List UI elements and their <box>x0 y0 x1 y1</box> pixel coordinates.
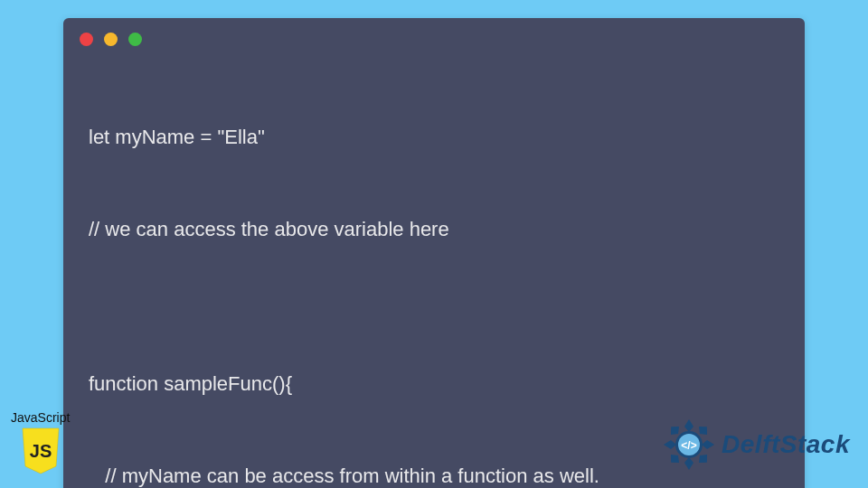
window-close-icon <box>80 33 93 46</box>
javascript-shield-icon: JS <box>19 427 62 475</box>
delftstack-name: DelftStack <box>722 430 850 459</box>
js-icon-text: JS <box>29 441 51 461</box>
window-zoom-icon <box>128 33 142 46</box>
code-line: // we can access the above variable here <box>89 214 779 245</box>
javascript-badge: JavaScript JS <box>11 410 70 479</box>
delftstack-medallion-icon: </> <box>662 418 716 472</box>
javascript-label: JavaScript <box>11 410 70 425</box>
delftstack-logo: </> DelftStack <box>662 418 850 472</box>
code-line: function sampleFunc(){ <box>89 369 779 399</box>
svg-text:</>: </> <box>681 439 696 452</box>
window-minimize-icon <box>104 33 118 46</box>
code-line: let myName = "Ella" <box>89 122 779 153</box>
traffic-lights <box>63 18 805 50</box>
